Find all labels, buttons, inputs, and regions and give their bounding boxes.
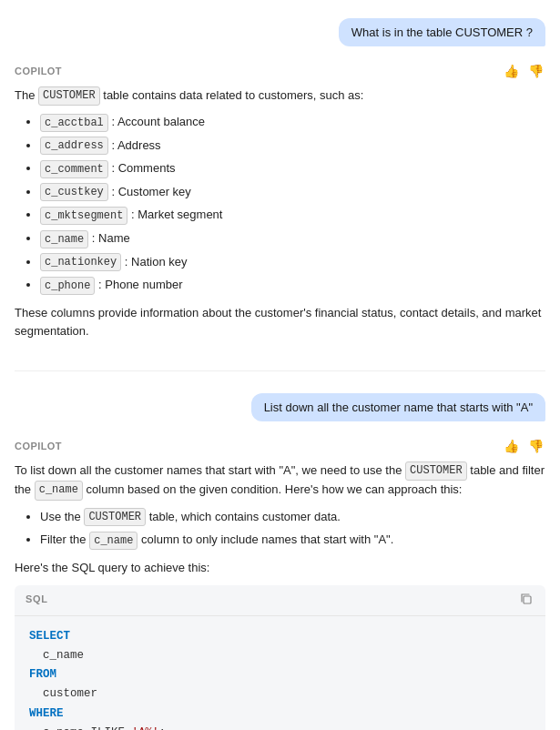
- response-2-intro-para: To list down all the customer names that…: [15, 461, 545, 500]
- sql-line-from: FROM: [29, 665, 531, 684]
- field-tag-c-nationkey: c_nationkey: [40, 253, 121, 271]
- sql-line-col: c_name: [29, 646, 531, 665]
- list-item: c_name : Name: [40, 229, 545, 248]
- field-tag-c-custkey: c_custkey: [40, 183, 108, 201]
- copilot-body-1: The CUSTOMER table contains data related…: [15, 86, 545, 341]
- copilot-label-2: COPILOT: [15, 441, 62, 451]
- thumbs-up-button-1[interactable]: 👍: [502, 63, 521, 79]
- cname-tag-2: c_name: [89, 532, 137, 550]
- divider-1: [15, 370, 545, 371]
- field-tag-c-mktsegment: c_mktsegment: [40, 207, 127, 225]
- user-question-2-text: List down all the customer name that sta…: [264, 400, 533, 414]
- sql-block-header: SQL: [15, 585, 545, 616]
- feedback-icons-2: 👍 👎: [502, 438, 545, 454]
- customer-tag-3: CUSTOMER: [84, 508, 146, 526]
- list-item: c_mktsegment : Market segment: [40, 206, 545, 225]
- field-list: c_acctbal : Account balance c_address : …: [15, 113, 545, 295]
- sql-line-table: customer: [29, 684, 531, 704]
- field-tag-c-name: c_name: [40, 230, 88, 248]
- list-item: c_comment : Comments: [40, 159, 545, 178]
- customer-tag-2: CUSTOMER: [405, 461, 467, 481]
- sql-code-block: SELECT c_name FROM customer WHERE c_name…: [15, 616, 545, 730]
- list-item: Filter the c_name column to only include…: [40, 531, 545, 550]
- user-message-2: List down all the customer name that sta…: [251, 393, 545, 421]
- sql-intro-text: Here's the SQL query to achieve this:: [15, 559, 545, 578]
- field-tag-c-address: c_address: [40, 137, 108, 155]
- field-tag-c-comment: c_comment: [40, 160, 108, 178]
- copilot-label-1: COPILOT: [15, 66, 62, 76]
- copilot-response-1: COPILOT 👍 👎 The CUSTOMER table contains …: [15, 63, 545, 349]
- list-item: c_address : Address: [40, 137, 545, 156]
- response-1-intro: The CUSTOMER table contains data related…: [15, 86, 545, 106]
- thumbs-up-button-2[interactable]: 👍: [502, 438, 521, 454]
- sql-line-select: SELECT: [29, 627, 531, 646]
- sql-line-condition: c_name ILIKE 'A%';: [29, 724, 531, 730]
- thumbs-down-button-1[interactable]: 👎: [526, 63, 545, 79]
- copilot-response-2: COPILOT 👍 👎 To list down all the custome…: [15, 438, 545, 730]
- approach-list: Use the CUSTOMER table, which contains c…: [15, 508, 545, 550]
- feedback-icons-1: 👍 👎: [502, 63, 545, 79]
- customer-tag-1: CUSTOMER: [38, 86, 100, 106]
- user-question-1-text: What is in the table CUSTOMER ?: [351, 25, 533, 39]
- sql-block: SQL SELECT c_name FROM customer WHERE: [15, 585, 545, 730]
- chat-container: What is in the table CUSTOMER ? COPILOT …: [0, 0, 560, 730]
- list-item: Use the CUSTOMER table, which contains c…: [40, 508, 545, 527]
- copy-button[interactable]: [518, 591, 535, 610]
- sql-line-where: WHERE: [29, 705, 531, 724]
- list-item: c_phone : Phone number: [40, 276, 545, 295]
- list-item: c_acctbal : Account balance: [40, 113, 545, 132]
- copilot-label-row-1: COPILOT 👍 👎: [15, 63, 545, 79]
- list-item: c_nationkey : Nation key: [40, 253, 545, 272]
- thumbs-down-button-2[interactable]: 👎: [526, 438, 545, 454]
- cname-tag-1: c_name: [35, 481, 83, 500]
- svg-rect-0: [524, 596, 531, 603]
- list-item: c_custkey : Customer key: [40, 183, 545, 202]
- sql-label: SQL: [25, 592, 48, 608]
- response-1-summary: These columns provide information about …: [15, 304, 545, 342]
- field-tag-c-phone: c_phone: [40, 277, 95, 295]
- copilot-body-2: To list down all the customer names that…: [15, 461, 545, 730]
- copilot-label-row-2: COPILOT 👍 👎: [15, 438, 545, 454]
- user-message-1: What is in the table CUSTOMER ?: [339, 18, 545, 46]
- field-tag-c-acctbal: c_acctbal: [40, 114, 108, 132]
